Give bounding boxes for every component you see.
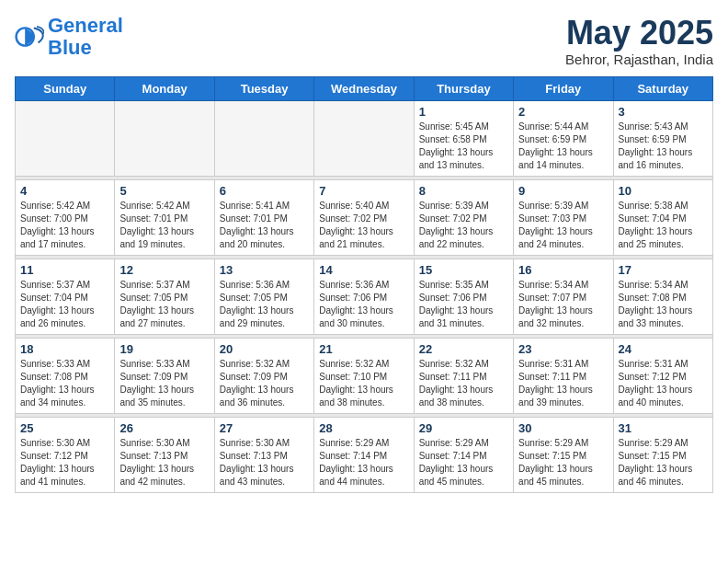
calendar-cell: 25Sunrise: 5:30 AM Sunset: 7:12 PM Dayli…	[16, 417, 115, 492]
calendar-cell: 28Sunrise: 5:29 AM Sunset: 7:14 PM Dayli…	[314, 417, 414, 492]
calendar-cell: 22Sunrise: 5:32 AM Sunset: 7:11 PM Dayli…	[414, 338, 513, 413]
location: Behror, Rajasthan, India	[565, 52, 713, 67]
calendar-cell	[314, 100, 414, 176]
day-number: 19	[119, 342, 209, 356]
day-number: 24	[619, 342, 708, 356]
day-info: Sunrise: 5:41 AM Sunset: 7:01 PM Dayligh…	[220, 200, 309, 251]
day-info: Sunrise: 5:29 AM Sunset: 7:14 PM Dayligh…	[319, 437, 408, 488]
calendar-cell: 18Sunrise: 5:33 AM Sunset: 7:08 PM Dayli…	[16, 338, 115, 413]
day-info: Sunrise: 5:33 AM Sunset: 7:09 PM Dayligh…	[119, 358, 209, 409]
day-info: Sunrise: 5:36 AM Sunset: 7:06 PM Dayligh…	[319, 279, 408, 330]
calendar-week-row: 25Sunrise: 5:30 AM Sunset: 7:12 PM Dayli…	[16, 417, 713, 492]
day-number: 10	[619, 184, 708, 198]
calendar-cell: 19Sunrise: 5:33 AM Sunset: 7:09 PM Dayli…	[115, 338, 214, 413]
day-number: 28	[319, 421, 408, 435]
day-number: 17	[619, 263, 708, 277]
col-header-saturday: Saturday	[613, 76, 712, 100]
calendar-header-row: SundayMondayTuesdayWednesdayThursdayFrid…	[16, 76, 713, 100]
calendar-cell: 20Sunrise: 5:32 AM Sunset: 7:09 PM Dayli…	[214, 338, 313, 413]
calendar-cell: 30Sunrise: 5:29 AM Sunset: 7:15 PM Dayli…	[514, 417, 613, 492]
day-info: Sunrise: 5:42 AM Sunset: 7:01 PM Dayligh…	[119, 200, 209, 251]
calendar-week-row: 11Sunrise: 5:37 AM Sunset: 7:04 PM Dayli…	[16, 259, 713, 334]
day-number: 20	[220, 342, 309, 356]
calendar-cell: 31Sunrise: 5:29 AM Sunset: 7:15 PM Dayli…	[613, 417, 712, 492]
calendar-cell	[115, 100, 214, 176]
day-info: Sunrise: 5:29 AM Sunset: 7:14 PM Dayligh…	[419, 437, 508, 488]
calendar-cell: 10Sunrise: 5:38 AM Sunset: 7:04 PM Dayli…	[613, 179, 712, 255]
day-number: 13	[220, 263, 309, 277]
day-number: 14	[319, 263, 408, 277]
day-number: 30	[518, 421, 608, 435]
col-header-wednesday: Wednesday	[314, 76, 414, 100]
day-info: Sunrise: 5:29 AM Sunset: 7:15 PM Dayligh…	[518, 437, 608, 488]
calendar-cell: 6Sunrise: 5:41 AM Sunset: 7:01 PM Daylig…	[214, 179, 313, 255]
day-number: 1	[419, 105, 508, 119]
col-header-tuesday: Tuesday	[214, 76, 313, 100]
day-info: Sunrise: 5:39 AM Sunset: 7:02 PM Dayligh…	[419, 200, 508, 251]
calendar-cell: 23Sunrise: 5:31 AM Sunset: 7:11 PM Dayli…	[514, 338, 613, 413]
day-info: Sunrise: 5:29 AM Sunset: 7:15 PM Dayligh…	[619, 437, 708, 488]
day-number: 4	[20, 184, 109, 198]
calendar-cell: 29Sunrise: 5:29 AM Sunset: 7:14 PM Dayli…	[414, 417, 513, 492]
day-info: Sunrise: 5:37 AM Sunset: 7:04 PM Dayligh…	[20, 279, 109, 330]
day-number: 11	[20, 263, 109, 277]
day-info: Sunrise: 5:42 AM Sunset: 7:00 PM Dayligh…	[20, 200, 109, 251]
day-number: 12	[119, 263, 209, 277]
calendar-cell: 8Sunrise: 5:39 AM Sunset: 7:02 PM Daylig…	[414, 179, 513, 255]
calendar-cell	[214, 100, 313, 176]
calendar-cell: 1Sunrise: 5:45 AM Sunset: 6:58 PM Daylig…	[414, 100, 513, 176]
calendar-cell: 14Sunrise: 5:36 AM Sunset: 7:06 PM Dayli…	[314, 259, 414, 334]
day-number: 5	[119, 184, 209, 198]
calendar-cell: 16Sunrise: 5:34 AM Sunset: 7:07 PM Dayli…	[514, 259, 613, 334]
day-info: Sunrise: 5:32 AM Sunset: 7:10 PM Dayligh…	[319, 358, 408, 409]
calendar-cell: 5Sunrise: 5:42 AM Sunset: 7:01 PM Daylig…	[115, 179, 214, 255]
day-info: Sunrise: 5:34 AM Sunset: 7:07 PM Dayligh…	[518, 279, 608, 330]
calendar-cell: 17Sunrise: 5:34 AM Sunset: 7:08 PM Dayli…	[613, 259, 712, 334]
day-number: 6	[220, 184, 309, 198]
logo-icon	[15, 22, 44, 52]
calendar: SundayMondayTuesdayWednesdayThursdayFrid…	[15, 76, 713, 493]
calendar-week-row: 1Sunrise: 5:45 AM Sunset: 6:58 PM Daylig…	[16, 100, 713, 176]
day-info: Sunrise: 5:44 AM Sunset: 6:59 PM Dayligh…	[518, 121, 608, 172]
day-number: 18	[20, 342, 109, 356]
calendar-cell: 7Sunrise: 5:40 AM Sunset: 7:02 PM Daylig…	[314, 179, 414, 255]
col-header-friday: Friday	[514, 76, 613, 100]
day-info: Sunrise: 5:30 AM Sunset: 7:13 PM Dayligh…	[119, 437, 209, 488]
day-number: 27	[220, 421, 309, 435]
month-year: May 2025	[565, 15, 713, 52]
day-info: Sunrise: 5:37 AM Sunset: 7:05 PM Dayligh…	[119, 279, 209, 330]
header: General Blue May 2025 Behror, Rajasthan,…	[15, 15, 713, 67]
col-header-sunday: Sunday	[16, 76, 115, 100]
day-info: Sunrise: 5:35 AM Sunset: 7:06 PM Dayligh…	[419, 279, 508, 330]
calendar-cell: 21Sunrise: 5:32 AM Sunset: 7:10 PM Dayli…	[314, 338, 414, 413]
day-number: 2	[518, 105, 608, 119]
calendar-week-row: 18Sunrise: 5:33 AM Sunset: 7:08 PM Dayli…	[16, 338, 713, 413]
calendar-cell: 9Sunrise: 5:39 AM Sunset: 7:03 PM Daylig…	[514, 179, 613, 255]
logo: General Blue	[15, 15, 123, 59]
day-info: Sunrise: 5:30 AM Sunset: 7:12 PM Dayligh…	[20, 437, 109, 488]
logo-text: General Blue	[48, 15, 123, 59]
day-info: Sunrise: 5:39 AM Sunset: 7:03 PM Dayligh…	[518, 200, 608, 251]
day-number: 25	[20, 421, 109, 435]
page: General Blue May 2025 Behror, Rajasthan,…	[0, 0, 728, 508]
calendar-week-row: 4Sunrise: 5:42 AM Sunset: 7:00 PM Daylig…	[16, 179, 713, 255]
day-info: Sunrise: 5:32 AM Sunset: 7:11 PM Dayligh…	[419, 358, 508, 409]
day-number: 9	[518, 184, 608, 198]
calendar-cell: 13Sunrise: 5:36 AM Sunset: 7:05 PM Dayli…	[214, 259, 313, 334]
calendar-cell	[16, 100, 115, 176]
day-number: 21	[319, 342, 408, 356]
day-info: Sunrise: 5:40 AM Sunset: 7:02 PM Dayligh…	[319, 200, 408, 251]
col-header-thursday: Thursday	[414, 76, 513, 100]
day-number: 15	[419, 263, 508, 277]
day-number: 26	[119, 421, 209, 435]
calendar-cell: 15Sunrise: 5:35 AM Sunset: 7:06 PM Dayli…	[414, 259, 513, 334]
col-header-monday: Monday	[115, 76, 214, 100]
calendar-cell: 2Sunrise: 5:44 AM Sunset: 6:59 PM Daylig…	[514, 100, 613, 176]
day-number: 23	[518, 342, 608, 356]
day-info: Sunrise: 5:30 AM Sunset: 7:13 PM Dayligh…	[220, 437, 309, 488]
day-number: 31	[619, 421, 708, 435]
day-info: Sunrise: 5:45 AM Sunset: 6:58 PM Dayligh…	[419, 121, 508, 172]
title-block: May 2025 Behror, Rajasthan, India	[565, 15, 713, 67]
day-number: 7	[319, 184, 408, 198]
day-info: Sunrise: 5:43 AM Sunset: 6:59 PM Dayligh…	[619, 121, 708, 172]
